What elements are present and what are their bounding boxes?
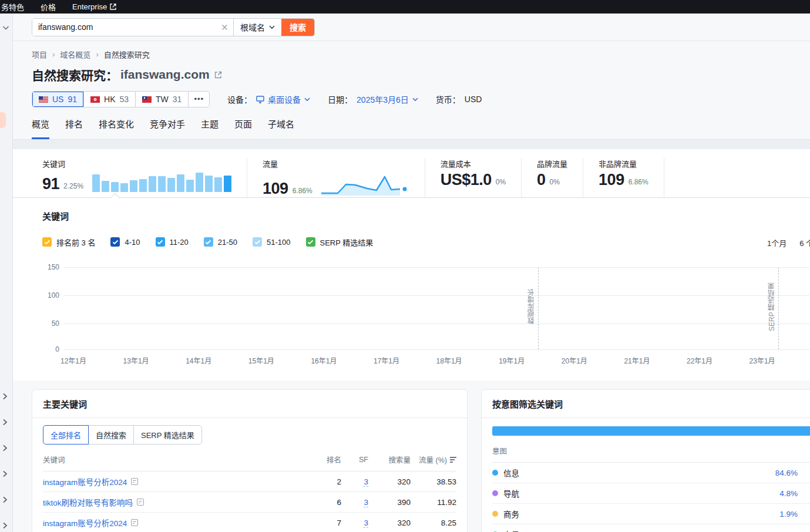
legend-top3[interactable]: 排名前 3 名: [42, 237, 95, 248]
column-volume[interactable]: 搜索量: [368, 454, 411, 465]
table-row: instagram账号分析2024 7 3 320 8.25: [43, 513, 456, 532]
view-organic[interactable]: 自然搜索: [88, 425, 134, 445]
external-link-icon[interactable]: [214, 71, 222, 79]
tab-topics[interactable]: 主题: [201, 117, 219, 139]
chevron-right-icon[interactable]: [2, 419, 8, 426]
traffic-sparkline-chart: [320, 172, 409, 197]
legend-serp-features[interactable]: SERP 精选结果: [306, 237, 374, 248]
legend-21-50[interactable]: 21-50: [204, 237, 237, 247]
checkbox-checked-icon[interactable]: [156, 237, 165, 247]
intent-distribution-bar[interactable]: [492, 426, 810, 436]
sf-count-link[interactable]: 3: [364, 498, 368, 507]
stat-traffic-cost[interactable]: 流量成本 US$1.0 0%: [441, 158, 522, 197]
search-scope-select[interactable]: 根域名: [233, 19, 281, 36]
tab-pages[interactable]: 页面: [234, 117, 252, 139]
stat-value: 109: [263, 181, 288, 197]
chevron-right-icon[interactable]: [2, 445, 8, 452]
legend-11-20[interactable]: 11-20: [156, 237, 189, 247]
stat-label: 非品牌流量: [599, 158, 648, 169]
serp-snapshot-icon[interactable]: [131, 519, 138, 526]
chevron-right-icon[interactable]: [2, 496, 8, 503]
checkbox-checked-icon[interactable]: [42, 237, 52, 247]
keywords-mini-bar-chart: [92, 172, 231, 192]
view-serp-features[interactable]: SERP 精选结果: [133, 425, 202, 445]
keyword-link[interactable]: tiktok刷粉对账号有影响吗: [43, 496, 133, 508]
legend-51-100[interactable]: 51-100: [253, 237, 290, 247]
checkbox-checked-icon[interactable]: [306, 237, 315, 247]
stats-strip: 关键词 91 2.25% 流量 109 6.86%: [13, 149, 810, 198]
device-select[interactable]: 桌面设备: [256, 93, 310, 105]
keyword-link[interactable]: instagram账号分析2024: [43, 476, 127, 487]
serp-snapshot-icon[interactable]: [131, 478, 138, 485]
annotation-dashed-line: [538, 267, 539, 349]
stat-change: 0%: [496, 178, 506, 188]
topnav-item-enterprise[interactable]: Enterprise: [72, 2, 116, 11]
keywords-trend-chart[interactable]: 150100500数据库增长SERP 精选结果: [64, 263, 809, 350]
stat-change: 0%: [550, 178, 560, 188]
column-sf[interactable]: SF: [341, 456, 368, 464]
keyword-link[interactable]: instagram账号分析2024: [43, 517, 127, 528]
topnav-item-pricing[interactable]: 价格: [41, 1, 56, 12]
column-traffic-label: 流量 (%): [419, 454, 447, 465]
checkbox-checked-icon[interactable]: [110, 237, 120, 247]
sf-count-link[interactable]: 3: [364, 477, 368, 487]
stat-branded-traffic[interactable]: 品牌流量 0 0%: [537, 158, 583, 197]
intent-percentage-link[interactable]: 84.6%: [775, 469, 798, 477]
more-countries-button[interactable]: •••: [188, 92, 209, 107]
intent-percentage-link[interactable]: 4.8%: [779, 489, 798, 498]
country-tab-us[interactable]: US 91: [32, 92, 84, 107]
date-value: 2025年3月6日: [357, 93, 409, 105]
stat-keywords[interactable]: 关键词 91 2.25%: [42, 158, 247, 197]
range-1-month[interactable]: 1个月: [767, 237, 787, 248]
hk-flag-icon: [90, 96, 100, 103]
view-all-positions[interactable]: 全部排名: [43, 425, 89, 445]
tab-positions[interactable]: 排名: [65, 117, 83, 139]
stat-traffic[interactable]: 流量 109 6.86%: [263, 158, 425, 197]
tab-overview[interactable]: 概览: [32, 117, 49, 139]
intent-card: 按意图筛选关键词 意图 信息 84.6% 导航 4.8%: [481, 389, 810, 532]
clear-search-icon[interactable]: [216, 19, 233, 36]
intent-percentage-link[interactable]: 1.9%: [779, 510, 798, 518]
checkbox-checked-icon[interactable]: [253, 237, 262, 247]
page-header: 项目 › 域名概览 › 自然搜索研究 自然搜索研究： ifanswang.com…: [13, 41, 810, 107]
legend-4-10[interactable]: 4-10: [110, 237, 140, 247]
x-axis-tick: 16年1月: [311, 355, 337, 365]
country-tab-hk[interactable]: HK 53: [84, 92, 136, 107]
stat-nonbranded-traffic[interactable]: 非品牌流量 109 6.86%: [599, 158, 664, 197]
serp-snapshot-icon[interactable]: [137, 499, 144, 506]
tab-subdomains[interactable]: 子域名: [268, 117, 294, 139]
mini-bar: [102, 181, 109, 192]
intent-percentage-link[interactable]: 8.7%: [779, 530, 798, 532]
topnav-item-features[interactable]: 务特色: [1, 1, 24, 12]
desktop-icon: [256, 96, 264, 103]
column-traffic[interactable]: 流量 (%): [411, 454, 456, 465]
search-input[interactable]: [32, 19, 216, 36]
filter-row: US 91 HK 53 TW 31 ••• 设备：: [32, 91, 810, 107]
x-axis-tick: 13年1月: [123, 355, 149, 365]
card-title: 按意图筛选关键词: [482, 390, 810, 418]
legend-label: 排名前 3 名: [56, 237, 95, 248]
chevron-right-icon[interactable]: [2, 522, 8, 529]
sf-count-link[interactable]: 3: [364, 518, 368, 528]
x-axis-tick: 21年1月: [624, 355, 650, 365]
page-title-domain: ifanswang.com: [120, 68, 210, 82]
country-tab-tw[interactable]: TW 31: [136, 92, 188, 107]
date-select[interactable]: 2025年3月6日: [357, 93, 418, 105]
tab-position-changes[interactable]: 排名变化: [99, 117, 134, 139]
tab-competitors[interactable]: 竞争对手: [150, 117, 185, 139]
search-button[interactable]: 搜索: [281, 19, 314, 36]
traffic-value: 11.92: [411, 498, 456, 507]
chevron-right-icon[interactable]: [2, 470, 8, 477]
traffic-value: 38.53: [411, 477, 456, 486]
sort-desc-icon[interactable]: [450, 457, 456, 463]
sidebar-highlighted-item[interactable]: [0, 112, 6, 128]
chevron-down-icon[interactable]: [2, 25, 9, 31]
breadcrumb-projects[interactable]: 项目: [32, 49, 47, 60]
range-6-months[interactable]: 6 个: [799, 237, 810, 248]
country-code: TW: [156, 95, 169, 104]
column-position[interactable]: 排名: [308, 454, 341, 465]
breadcrumb-domain-overview[interactable]: 域名概览: [60, 49, 90, 60]
stat-value: US$1.0: [441, 172, 492, 188]
chevron-right-icon[interactable]: [2, 393, 8, 400]
checkbox-checked-icon[interactable]: [204, 237, 213, 247]
